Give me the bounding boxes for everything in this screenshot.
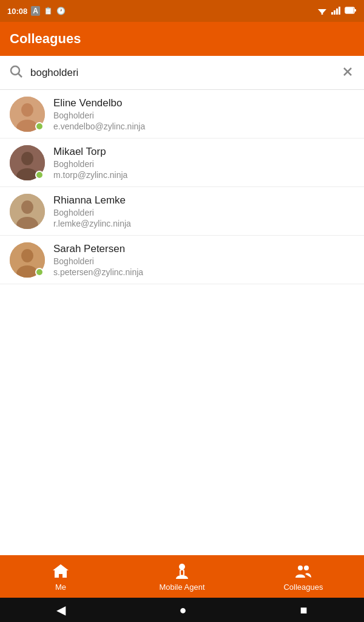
main-content: Eline Vendelbo Bogholderi e.vendelbo@zyl… (0, 56, 364, 555)
svg-rect-3 (331, 12, 333, 15)
bottom-nav: Me Mobile Agent Colleagues (0, 555, 364, 598)
contact-name: Rhianna Lemke (53, 194, 131, 207)
search-bar (0, 56, 364, 90)
svg-rect-6 (339, 7, 340, 15)
svg-rect-9 (354, 9, 356, 12)
svg-point-29 (298, 566, 303, 570)
notification-a-icon: A (31, 6, 40, 16)
online-indicator (35, 268, 44, 276)
notification-b-icon: 📋 (44, 7, 53, 15)
contact-info: Mikael Torp Bogholderi m.torp@zylinc.nin… (53, 146, 127, 180)
svg-point-2 (322, 13, 323, 15)
home-button[interactable]: ● (179, 603, 186, 617)
avatar-wrap (10, 145, 45, 180)
app-title: Colleagues (10, 31, 81, 47)
svg-line-11 (19, 73, 22, 77)
svg-rect-5 (336, 9, 338, 15)
svg-point-21 (21, 200, 33, 214)
avatar-wrap (10, 97, 45, 132)
status-time: 10:08 (7, 7, 27, 16)
contact-email: e.vendelbo@zylinc.ninja (53, 121, 145, 131)
svg-point-15 (21, 103, 33, 117)
clear-search-icon[interactable] (341, 65, 354, 81)
nav-colleagues[interactable]: Colleagues (243, 562, 364, 592)
contact-department: Bogholderi (53, 208, 131, 217)
avatar-wrap (10, 242, 45, 278)
contact-info: Eline Vendelbo Bogholderi e.vendelbo@zyl… (53, 97, 145, 131)
svg-rect-4 (334, 10, 335, 15)
contact-info: Sarah Petersen Bogholderi s.petersen@zyl… (53, 243, 143, 277)
online-indicator (35, 122, 44, 131)
status-bar: 10:08 A 📋 🕐 (0, 0, 364, 22)
recents-button[interactable]: ■ (300, 603, 307, 617)
contact-list: Eline Vendelbo Bogholderi e.vendelbo@zyl… (0, 90, 364, 555)
contact-item[interactable]: Rhianna Lemke Bogholderi r.lemke@zylinc.… (0, 187, 364, 236)
contact-info: Rhianna Lemke Bogholderi r.lemke@zylinc.… (53, 194, 131, 228)
battery-icon (345, 7, 357, 16)
online-indicator (35, 171, 44, 179)
system-nav: ◀ ● ■ (0, 598, 364, 622)
contact-email: s.petersen@zylinc.ninja (53, 267, 143, 277)
contact-department: Bogholderi (53, 159, 127, 169)
nav-me-label: Me (55, 583, 66, 592)
app-bar: Colleagues (0, 22, 364, 56)
contact-name: Eline Vendelbo (53, 97, 145, 109)
svg-point-24 (21, 249, 33, 262)
svg-point-28 (181, 575, 183, 576)
svg-point-10 (11, 66, 19, 75)
contact-email: r.lemke@zylinc.ninja (53, 219, 131, 228)
contact-email: m.torp@zylinc.ninja (53, 170, 127, 180)
nav-mobile-agent[interactable]: Mobile Agent (121, 562, 243, 592)
back-button[interactable]: ◀ (56, 603, 66, 617)
avatar-wrap (10, 194, 45, 229)
svg-point-18 (21, 152, 33, 165)
nav-mobile-agent-label: Mobile Agent (159, 583, 204, 592)
contact-item[interactable]: Mikael Torp Bogholderi m.torp@zylinc.nin… (0, 138, 364, 187)
avatar (10, 194, 45, 229)
signal-icon (331, 6, 341, 16)
nav-colleagues-label: Colleagues (283, 583, 323, 592)
wifi-icon (317, 6, 328, 16)
notification-c-icon: 🕐 (56, 7, 66, 15)
svg-point-26 (179, 564, 185, 570)
search-input[interactable] (30, 67, 334, 79)
svg-point-30 (304, 566, 309, 570)
contact-name: Sarah Petersen (53, 243, 143, 255)
svg-rect-8 (346, 8, 353, 13)
nav-me[interactable]: Me (0, 562, 121, 592)
search-icon (10, 65, 23, 81)
contact-department: Bogholderi (53, 256, 143, 266)
contact-item[interactable]: Eline Vendelbo Bogholderi e.vendelbo@zyl… (0, 90, 364, 138)
contact-name: Mikael Torp (53, 146, 127, 158)
contact-department: Bogholderi (53, 111, 145, 120)
contact-item[interactable]: Sarah Petersen Bogholderi s.petersen@zyl… (0, 236, 364, 284)
